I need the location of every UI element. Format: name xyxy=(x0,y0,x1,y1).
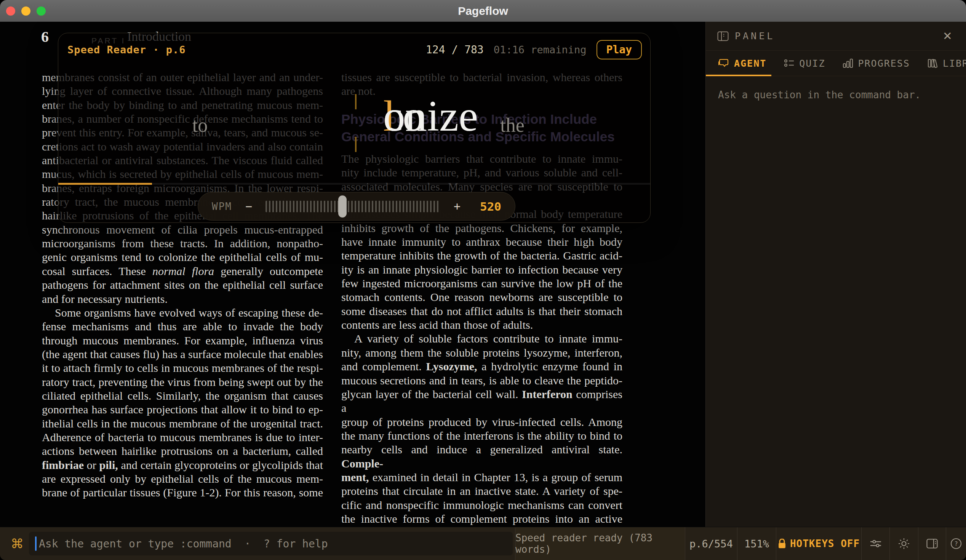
book-line: gonorrhea has surface projections that a… xyxy=(42,403,323,416)
wpm-slider-thumb[interactable] xyxy=(338,195,347,218)
book-line: nearby cells and induce a generalized an… xyxy=(341,443,623,470)
lock-icon xyxy=(778,539,786,549)
wpm-label: WPM xyxy=(212,201,232,212)
chat-bubbles-icon xyxy=(718,58,729,69)
book-line: are expressed only by epithelial cells o… xyxy=(42,472,323,486)
command-placeholder: Ask the agent or type :command · ? for h… xyxy=(39,537,328,550)
panel-icon xyxy=(717,31,729,41)
book-line: temperature inhibits the growth of the b… xyxy=(341,249,623,263)
panel-title: PANEL xyxy=(735,31,940,41)
bar-chart-icon xyxy=(843,58,853,68)
panel-icon xyxy=(927,539,938,549)
book-line: contents are less acid than those of adu… xyxy=(341,318,623,332)
book-line: it to attach firmly to cells in mucous m… xyxy=(42,361,323,375)
previous-word: to xyxy=(192,115,208,135)
book-line: mucous secretions and in tears, is able … xyxy=(341,374,623,388)
book-line: have innate immunity to anthrax because … xyxy=(341,235,623,249)
speed-reader-header: Speed Reader · p.6 124 / 783 01:16 remai… xyxy=(67,39,642,60)
panel-toggle-button[interactable] xyxy=(918,527,946,560)
hotkeys-label: HOTKEYS OFF xyxy=(790,538,860,549)
book-line: ithelial cells in the mucous membrane of… xyxy=(42,417,323,430)
command-input[interactable]: Ask the agent or type :command · ? for h… xyxy=(29,532,513,555)
command-key-icon: ⌘ xyxy=(11,536,24,551)
book-line: the many functions of the interferons is… xyxy=(341,429,623,443)
minimize-window-button[interactable] xyxy=(21,7,30,16)
speed-reader-title: Speed Reader · p.6 xyxy=(67,44,186,56)
book-line: ratory tract, preventing the virus from … xyxy=(42,375,323,389)
window-title: Pageflow xyxy=(458,5,508,18)
book-line: through mucous membranes. For example, i… xyxy=(42,334,323,347)
theme-toggle-button[interactable] xyxy=(889,527,918,560)
close-window-button[interactable] xyxy=(6,7,15,16)
book-line: some diseases that do not afflict adults… xyxy=(341,304,623,318)
tab-progress-label: PROGRESS xyxy=(858,58,910,69)
speed-reader-overlay: Speed Reader · p.6 124 / 783 01:16 remai… xyxy=(58,33,651,223)
book-line: few ingested microorganisms can survive … xyxy=(341,277,623,290)
next-word: the xyxy=(500,115,524,135)
panel-tabs: AGENT QUIZ xyxy=(706,51,966,76)
book-line: cosal surfaces. These normal flora gener… xyxy=(42,264,323,278)
side-panel: PANEL ✕ AGENT xyxy=(705,22,966,527)
page-number: 6 xyxy=(41,28,49,46)
book-line: A variety of soluble factors contribute … xyxy=(341,332,623,345)
book-line: proteins that circulate in an inactive s… xyxy=(341,484,623,498)
book-line: the inactive forms of complement protein… xyxy=(341,512,623,526)
book-line: pathogens for attachment sites on the ep… xyxy=(42,278,323,292)
focus-tick-bottom xyxy=(355,137,356,152)
app-window: Pageflow 6 PART I Introduction membranes… xyxy=(0,0,966,560)
wpm-decrease-button[interactable]: − xyxy=(243,200,255,213)
text-caret xyxy=(35,536,36,551)
play-button[interactable]: Play xyxy=(596,40,642,59)
sun-icon xyxy=(898,538,910,549)
book-line: (the agent that causes flu) has a surfac… xyxy=(42,347,323,361)
help-icon: ? xyxy=(950,538,962,549)
word-suffix: onize xyxy=(383,94,478,138)
zoom-window-button[interactable] xyxy=(36,7,46,16)
book-line: Adherence of bacteria to mucous membrane… xyxy=(42,430,323,444)
title-bar: Pageflow xyxy=(0,0,966,22)
checklist-icon xyxy=(784,58,795,68)
book-line: and for necessary nutrients. xyxy=(42,292,323,306)
agent-hint-text: Ask a question in the command bar. xyxy=(706,76,966,113)
book-line: and complement. Lysozyme, a hydrolytic e… xyxy=(341,360,623,373)
settings-sliders-button[interactable] xyxy=(861,527,889,560)
word-position-counter: 124 / 783 xyxy=(426,43,484,56)
speed-reader-status: 124 / 783 01:16 remaining Play xyxy=(426,40,642,59)
tab-progress[interactable]: PROGRESS xyxy=(843,58,910,69)
book-line: ment, examined in detail in Chapter 13, … xyxy=(341,470,623,484)
book-line: nity, among them the soluble proteins ly… xyxy=(341,346,623,360)
page-indicator[interactable]: p.6/554 xyxy=(685,527,737,560)
book-line: group of proteins produced by virus-infe… xyxy=(341,415,623,429)
tab-library-label: LIBRARY xyxy=(943,58,966,69)
book-line: ity is an innate physiologic barrier to … xyxy=(341,263,623,277)
book-line: actions between hairlike protrusions on … xyxy=(42,444,323,458)
status-message: Speed reader ready (783 words) xyxy=(515,527,685,560)
hotkeys-toggle[interactable]: HOTKEYS OFF xyxy=(776,527,861,560)
tab-quiz[interactable]: QUIZ xyxy=(784,58,825,69)
book-line: microorganisms from these tracts. In add… xyxy=(42,236,323,250)
wpm-control: WPM − + 520 xyxy=(198,192,515,220)
reading-progress-bar[interactable] xyxy=(58,183,650,185)
book-line: glycan layer of the bacterial cell wall.… xyxy=(341,388,623,415)
wpm-slider[interactable] xyxy=(266,201,440,212)
help-button[interactable]: ? xyxy=(946,527,966,560)
wpm-increase-button[interactable]: + xyxy=(451,200,463,213)
book-line: synchronous movement of cilia propels mu… xyxy=(42,223,323,236)
reading-area: 6 PART I Introduction membranes consist … xyxy=(0,22,705,527)
tab-library[interactable]: LIBRARY xyxy=(928,58,966,69)
command-bar: ⌘ Ask the agent or type :command · ? for… xyxy=(0,527,966,560)
book-line: inhibits growth of the pathogens. Chicke… xyxy=(341,221,623,235)
panel-header: PANEL ✕ xyxy=(706,22,966,51)
book-line: fimbriae or pili, and certain glycoprote… xyxy=(42,458,323,472)
command-input-section: ⌘ Ask the agent or type :command · ? for… xyxy=(0,527,515,560)
tab-agent-label: AGENT xyxy=(734,58,766,69)
svg-text:?: ? xyxy=(954,540,958,547)
zoom-level[interactable]: 151% xyxy=(737,527,776,560)
book-line: fense mechanisms and thus are able to in… xyxy=(42,320,323,333)
tab-agent[interactable]: AGENT xyxy=(718,58,766,69)
panel-close-button[interactable]: ✕ xyxy=(940,29,955,43)
book-line: Some organisms have evolved ways of esca… xyxy=(42,306,323,320)
books-icon xyxy=(928,58,938,68)
wpm-value: 520 xyxy=(474,200,501,213)
focus-tick-top xyxy=(355,94,356,109)
